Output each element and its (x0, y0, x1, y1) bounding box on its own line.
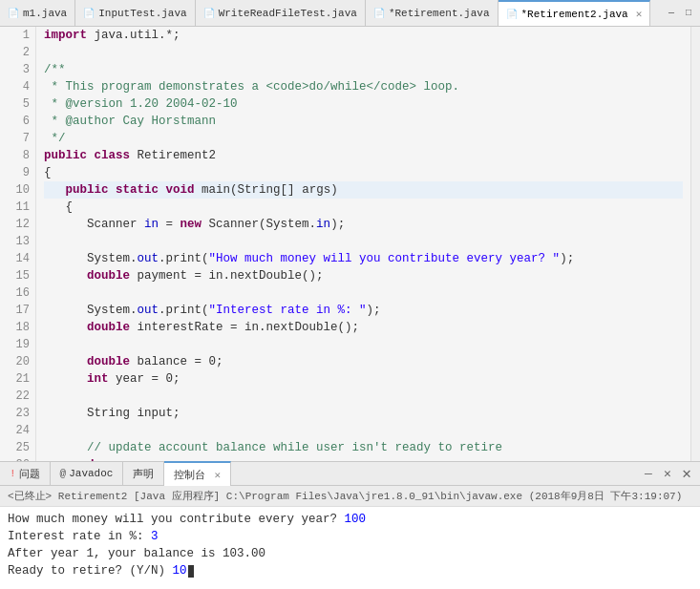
tab-label-m1: m1.java (23, 8, 67, 19)
tab-icon-inputtest: 📄 (83, 8, 95, 19)
console-status-text: <已终止> Retirement2 [Java 应用程序] C:\Program… (8, 489, 682, 503)
tab-retirement2[interactable]: 📄 *Retirement2.java ✕ (498, 0, 651, 27)
btab-icon-javadoc: @ (60, 468, 67, 479)
tab-icon-writeread: 📄 (203, 8, 215, 19)
tab-icon-retirement2: 📄 (506, 9, 518, 20)
console-output[interactable]: How much money will you contribute every… (0, 507, 700, 589)
btab-problems[interactable]: ! 问题 (0, 461, 51, 486)
console-close-btn[interactable]: ✕ (679, 466, 694, 481)
tab-label-retirement: *Retirement.java (389, 8, 490, 19)
main-container: 📄 m1.java 📄 InputTest.java 📄 WriteReadFi… (0, 0, 700, 589)
code-editor[interactable]: import java.util.*;/** * This program de… (36, 27, 690, 461)
minimize-editor-btn[interactable]: — (664, 6, 679, 21)
tab-close-retirement2[interactable]: ✕ (636, 8, 643, 20)
tab-writeread[interactable]: 📄 WriteReadFileTest.java (196, 0, 366, 27)
tab-retirement[interactable]: 📄 *Retirement.java (366, 0, 498, 27)
tab-icon-retirement: 📄 (373, 8, 385, 19)
editor-wrapper: 1234567891011121314151617181920212223242… (0, 27, 700, 461)
tab-label-inputtest: InputTest.java (98, 8, 186, 19)
tab-label-retirement2: *Retirement2.java (521, 9, 628, 20)
maximize-editor-btn[interactable]: □ (681, 6, 696, 21)
line-numbers: 1234567891011121314151617181920212223242… (0, 27, 36, 461)
btab-label-declaration: 声明 (133, 467, 154, 481)
tab-m1[interactable]: 📄 m1.java (0, 0, 75, 27)
btab-label-problems: 问题 (19, 467, 40, 481)
btab-javadoc[interactable]: @ Javadoc (51, 461, 124, 486)
btab-controls: — ✕ ✕ (641, 466, 700, 481)
btab-label-console: 控制台 (174, 468, 205, 482)
console-minimize-btn[interactable]: — (641, 466, 656, 481)
tab-bar: 📄 m1.java 📄 InputTest.java 📄 WriteReadFi… (0, 0, 700, 27)
btab-declaration[interactable]: 声明 (123, 461, 164, 486)
bottom-tabs: ! 问题 @ Javadoc 声明 控制台 ✕ — ✕ ✕ (0, 461, 700, 486)
btab-icon-problems: ! (10, 468, 16, 479)
tab-inputtest[interactable]: 📄 InputTest.java (75, 0, 195, 27)
console-maximize-btn[interactable]: ✕ (660, 466, 675, 481)
console-status: <已终止> Retirement2 [Java 应用程序] C:\Program… (0, 486, 700, 507)
btab-label-javadoc: Javadoc (69, 468, 113, 479)
btab-close-console[interactable]: ✕ (214, 469, 221, 481)
tab-label-writeread: WriteReadFileTest.java (219, 8, 357, 19)
bottom-panel: ! 问题 @ Javadoc 声明 控制台 ✕ — ✕ ✕ <已终止> Reti… (0, 461, 700, 589)
tab-icon-m1: 📄 (8, 8, 19, 19)
tab-bar-controls: — □ (664, 6, 700, 21)
btab-console[interactable]: 控制台 ✕ (164, 461, 231, 486)
editor-scrollbar[interactable] (690, 27, 700, 461)
